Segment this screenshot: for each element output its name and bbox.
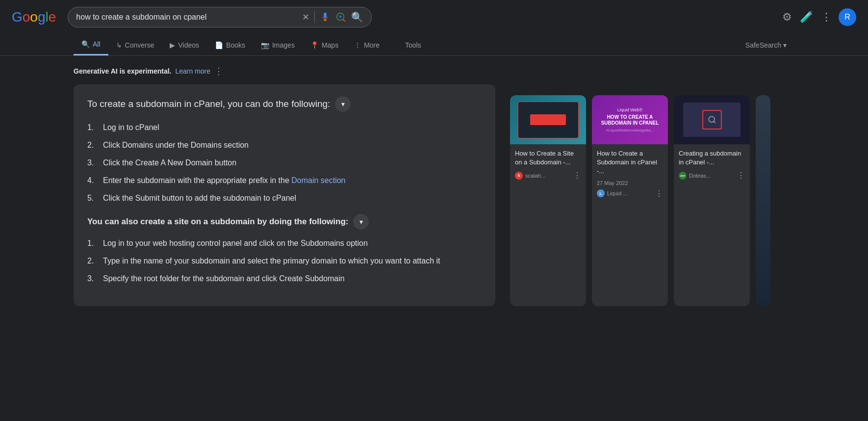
- chevron-down-icon: ▾: [341, 100, 345, 108]
- toggle-button-2[interactable]: ▾: [353, 214, 369, 230]
- safesearch-button[interactable]: SafeSearch ▾: [738, 35, 794, 55]
- toggle-button-1[interactable]: ▾: [335, 96, 351, 112]
- settings-icon[interactable]: ⚙: [782, 11, 792, 24]
- result-card-3[interactable]: Creating a subdomain in cPanel -... dot …: [674, 95, 750, 306]
- card-3-source: dot Doteas...: [679, 172, 711, 180]
- tab-videos[interactable]: ▶ Videos: [162, 35, 207, 55]
- tab-converse-label: Converse: [125, 41, 154, 49]
- tab-converse[interactable]: ↳ Converse: [108, 35, 162, 55]
- card-2-thumb-hash: #LiquidWebKnowledgeBa...: [606, 128, 654, 132]
- tab-books-label: Books: [226, 41, 245, 49]
- step-5-text: Click the Submit button to add the subdo…: [103, 192, 296, 204]
- logo-e: e: [49, 9, 56, 25]
- logo-g2: g: [38, 9, 46, 25]
- step-2-text: Click Domains under the Domains section: [103, 139, 249, 151]
- step-2-1-text: Log in to your web hosting control panel…: [103, 237, 368, 249]
- card-2-thumb-logo: Liquid Web®: [617, 107, 643, 112]
- card-2-date: 27 May 2022: [597, 180, 663, 186]
- tab-maps-label: Maps: [322, 41, 338, 49]
- card-2-favicon: L: [597, 189, 605, 197]
- tab-videos-label: Videos: [178, 41, 199, 49]
- ai-notice-menu-icon[interactable]: ⋮: [214, 66, 223, 77]
- card-2-footer: L Liquid ... ⋮: [597, 189, 663, 198]
- list-item: 2. Type in the name of your subdomain an…: [87, 255, 482, 267]
- card-1-source: S scalah...: [515, 172, 545, 180]
- maps-icon: 📍: [310, 41, 319, 49]
- header: Google ✕ 🔍 ⚙ 🧪 ⋮ R: [0, 0, 868, 34]
- card-2-source: L Liquid ...: [597, 189, 628, 197]
- logo-g: G: [12, 9, 23, 25]
- tab-books[interactable]: 📄 Books: [207, 35, 253, 55]
- ai-notice: Generative AI is experimental. Learn mor…: [74, 66, 495, 77]
- list-item: 3. Specify the root folder for the subdo…: [87, 273, 482, 285]
- list-item: 2. Click Domains under the Domains secti…: [87, 139, 482, 151]
- list-item: 5. Click the Submit button to add the su…: [87, 192, 482, 204]
- converse-icon: ↳: [116, 41, 122, 49]
- ai-notice-bold: Generative AI is experimental.: [74, 67, 171, 75]
- lens-icon[interactable]: [335, 12, 346, 23]
- tab-more[interactable]: ⋮ More: [346, 35, 387, 55]
- result-card-4-partial[interactable]: [756, 95, 770, 306]
- result-card-1[interactable]: How to Create a Site on a Subdomain -...…: [510, 95, 586, 306]
- list-item: 4. Enter the subdomain with the appropri…: [87, 175, 482, 186]
- list-item: 3. Click the Create A New Domain button: [87, 157, 482, 169]
- nav-bar: 🔍 All ↳ Converse ▶ Videos 📄 Books 📷 Imag…: [0, 34, 868, 56]
- books-icon: 📄: [215, 41, 223, 49]
- card-2-thumbnail: Liquid Web® HOW TO CREATE A SUBDOMAIN IN…: [592, 95, 668, 144]
- search-input[interactable]: [76, 13, 297, 22]
- step-4-text: Enter the subdomain with the appropriate…: [103, 175, 346, 186]
- card-3-cursor: [702, 110, 722, 130]
- list-item: 1. Log in to cPanel: [87, 122, 482, 133]
- svg-point-1: [709, 116, 715, 122]
- tab-more-label: More: [364, 41, 380, 49]
- chevron-down-icon-2: ▾: [359, 218, 363, 226]
- result-card-2[interactable]: Liquid Web® HOW TO CREATE A SUBDOMAIN IN…: [592, 95, 668, 306]
- more-icon: ⋮: [354, 41, 361, 49]
- all-icon: 🔍: [81, 40, 90, 48]
- step-3-text: Click the Create A New Domain button: [103, 157, 236, 169]
- tab-all[interactable]: 🔍 All: [74, 34, 108, 55]
- card-2-menu-icon[interactable]: ⋮: [655, 189, 663, 198]
- domain-section-link[interactable]: Domain section: [291, 176, 345, 184]
- left-panel: Generative AI is experimental. Learn mor…: [74, 66, 495, 306]
- card-3-menu-icon[interactable]: ⋮: [737, 171, 745, 180]
- search-bar[interactable]: ✕ 🔍: [68, 7, 372, 27]
- chevron-down-icon: ▾: [783, 41, 787, 49]
- tab-images[interactable]: 📷 Images: [253, 35, 303, 55]
- card-3-thumb-inner: [683, 103, 740, 137]
- ai-sub-title-text: You can also create a site on a subdomai…: [87, 217, 348, 227]
- ai-learn-more-link[interactable]: Learn more: [175, 67, 210, 75]
- tab-maps[interactable]: 📍 Maps: [303, 35, 346, 55]
- labs-icon[interactable]: 🧪: [800, 11, 813, 24]
- card-3-title: Creating a subdomain in cPanel -...: [679, 149, 745, 167]
- search-submit-icon[interactable]: 🔍: [351, 11, 363, 23]
- card-3-source-name: Doteas...: [689, 173, 711, 179]
- search-divider: [314, 11, 315, 23]
- card-1-footer: S scalah... ⋮: [515, 171, 581, 180]
- apps-icon[interactable]: ⋮: [821, 11, 831, 24]
- close-icon[interactable]: ✕: [302, 12, 309, 23]
- avatar[interactable]: R: [839, 8, 856, 26]
- header-right: ⚙ 🧪 ⋮ R: [782, 8, 856, 26]
- steps-list-1: 1. Log in to cPanel 2. Click Domains und…: [87, 122, 482, 204]
- logo-o2: o: [30, 9, 38, 25]
- list-item: 1. Log in to your web hosting control pa…: [87, 237, 482, 249]
- step-1-text: Log in to cPanel: [103, 122, 159, 133]
- ai-main-title: To create a subdomain in cPanel, you can…: [87, 96, 482, 112]
- card-1-title: How to Create a Site on a Subdomain -...: [515, 149, 581, 167]
- card-2-source-name: Liquid ...: [607, 190, 628, 196]
- result-cards-panel: How to Create a Site on a Subdomain -...…: [510, 95, 755, 306]
- tools-button[interactable]: Tools: [397, 35, 429, 55]
- tab-all-label: All: [93, 40, 101, 48]
- card-2-thumb-title: HOW TO CREATE A SUBDOMAIN IN CPANEL: [597, 114, 663, 126]
- main-content: Generative AI is experimental. Learn mor…: [0, 56, 868, 316]
- card-2-body: How to Create a Subdomain in cPanel -...…: [592, 144, 668, 203]
- card-1-thumb-inner: [518, 102, 579, 138]
- google-logo[interactable]: Google: [12, 9, 56, 25]
- ai-answer-box: To create a subdomain in cPanel, you can…: [74, 84, 495, 306]
- card-1-menu-icon[interactable]: ⋮: [573, 171, 581, 180]
- card-2-title: How to Create a Subdomain in cPanel -...: [597, 149, 663, 176]
- voice-icon[interactable]: [320, 12, 331, 23]
- ai-sub-title: You can also create a site on a subdomai…: [87, 214, 482, 230]
- logo-o1: o: [23, 9, 30, 25]
